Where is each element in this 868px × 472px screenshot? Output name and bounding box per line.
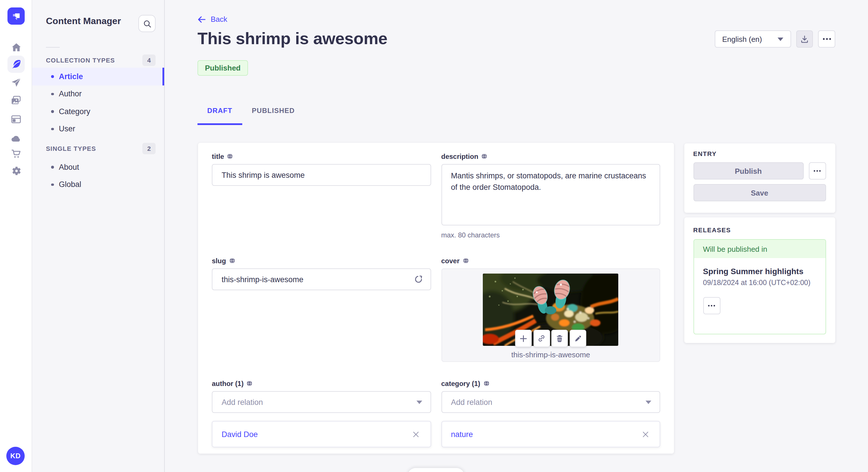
collection-types-menu: Article Author Category User <box>32 68 164 138</box>
media-library-icon[interactable] <box>10 95 22 106</box>
i18n-globe-icon <box>229 258 235 264</box>
sidebar-item-about[interactable]: About <box>32 158 164 176</box>
release-name: Spring Summer highlights <box>703 267 816 276</box>
search-button[interactable] <box>138 15 156 32</box>
section-label: SINGLE TYPES <box>46 145 96 152</box>
label-text: cover <box>441 257 460 265</box>
marketplace-cart-icon[interactable] <box>10 148 22 160</box>
sidebar-item-global[interactable]: Global <box>32 176 164 193</box>
release-card: Will be published in Spring Summer highl… <box>693 239 826 334</box>
section-header-single-types: SINGLE TYPES 2 <box>46 142 156 154</box>
field-category-label: category (1) <box>441 379 660 388</box>
combobox-placeholder: Add relation <box>222 398 263 406</box>
slug-input[interactable] <box>212 268 431 290</box>
cloud-icon[interactable] <box>10 133 22 144</box>
field-title-label: title <box>212 152 431 161</box>
single-types-count-badge: 2 <box>143 142 156 154</box>
author-relation-combobox[interactable]: Add relation <box>212 391 431 413</box>
user-avatar[interactable]: KD <box>6 447 25 465</box>
edit-media-button[interactable] <box>569 330 586 347</box>
search-icon <box>143 19 151 28</box>
section-label: COLLECTION TYPES <box>46 57 115 63</box>
regenerate-slug-button[interactable] <box>412 274 424 285</box>
publish-button[interactable]: Publish <box>693 162 803 179</box>
chevron-down-icon <box>645 400 652 404</box>
plus-icon <box>520 335 527 342</box>
floating-pill[interactable] <box>408 468 464 472</box>
export-button[interactable] <box>796 30 813 47</box>
release-status: Will be published in <box>694 240 825 258</box>
back-label: Back <box>211 15 227 24</box>
locale-value: English (en) <box>722 35 762 43</box>
relation-link[interactable]: nature <box>451 430 473 438</box>
layout-icon[interactable] <box>10 113 22 125</box>
more-actions-button[interactable] <box>818 30 835 47</box>
sidebar-item-label: Author <box>59 90 82 98</box>
release-more-button[interactable] <box>703 297 720 314</box>
field-title: title <box>212 152 431 239</box>
relation-item-nature: nature <box>442 422 660 447</box>
sidebar-item-author[interactable]: Author <box>32 85 164 103</box>
chevron-down-icon <box>416 400 422 404</box>
settings-gear-icon[interactable] <box>10 165 22 177</box>
tab-draft[interactable]: DRAFT <box>197 98 242 125</box>
copy-link-button[interactable] <box>533 330 550 347</box>
bullet-icon <box>51 128 54 130</box>
divider <box>46 47 60 47</box>
field-description: description Mantis shrimps, or stomatopo… <box>441 152 660 239</box>
field-author: author (1) Add relation David Doe <box>212 379 431 447</box>
i18n-globe-icon <box>483 380 489 386</box>
field-slug-label: slug <box>212 256 431 265</box>
sidebar-item-article[interactable]: Article <box>32 68 164 85</box>
tab-published[interactable]: PUBLISHED <box>242 98 305 125</box>
entry-more-button[interactable] <box>809 162 826 179</box>
send-plane-icon[interactable] <box>10 77 22 88</box>
entry-panel-title: ENTRY <box>693 150 826 157</box>
remove-relation-button[interactable] <box>640 429 650 439</box>
releases-panel-title: RELEASES <box>693 227 826 233</box>
description-helper-text: max. 80 characters <box>441 231 660 239</box>
more-horizontal-icon <box>823 38 831 40</box>
bullet-icon <box>51 93 54 95</box>
status-badge: Published <box>197 60 248 76</box>
content-manager-feather-icon[interactable] <box>10 59 22 70</box>
download-icon <box>800 35 809 43</box>
more-horizontal-icon <box>708 305 715 307</box>
category-relation-combobox[interactable]: Add relation <box>441 391 660 413</box>
description-textarea[interactable]: Mantis shrimps, or stomatopods, are mari… <box>441 164 660 225</box>
sidebar-item-label: Category <box>59 107 90 116</box>
close-icon <box>642 431 648 437</box>
app-window: KD Content Manager COLLECTION TYPES 4 Ar… <box>0 0 868 472</box>
remove-relation-button[interactable] <box>411 429 421 439</box>
i18n-globe-icon <box>247 380 253 386</box>
single-types-menu: About Global <box>32 158 164 193</box>
strapi-logo-mark <box>7 7 25 25</box>
collection-types-count-badge: 4 <box>143 54 156 66</box>
trash-icon <box>556 334 563 342</box>
cover-filename: this-shrimp-is-awesome <box>442 350 660 359</box>
sidebar-item-label: User <box>59 125 75 133</box>
label-text: description <box>441 152 478 160</box>
delete-media-button[interactable] <box>551 330 568 347</box>
sidebar-item-label: Global <box>59 180 81 189</box>
sidebar-item-label: Article <box>59 72 83 81</box>
locale-select[interactable]: English (en) <box>715 30 791 47</box>
i18n-globe-icon <box>481 153 487 160</box>
header-actions: English (en) <box>715 30 835 47</box>
sidebar-item-user[interactable]: User <box>32 120 164 138</box>
add-media-button[interactable] <box>515 330 532 347</box>
field-author-label: author (1) <box>212 379 431 388</box>
save-button[interactable]: Save <box>693 184 826 201</box>
field-category: category (1) Add relation nature <box>441 379 660 447</box>
title-input[interactable] <box>212 164 431 186</box>
relation-link[interactable]: David Doe <box>222 430 258 438</box>
bullet-icon <box>51 75 54 78</box>
author-relation-list: David Doe <box>212 421 431 447</box>
close-icon <box>413 431 419 437</box>
back-link[interactable]: Back <box>197 15 227 24</box>
home-icon[interactable] <box>10 41 22 53</box>
strapi-logo[interactable] <box>7 7 25 25</box>
main-content: Back This shrimp is awesome Published En… <box>165 0 868 472</box>
sidebar-item-category[interactable]: Category <box>32 103 164 120</box>
field-cover-label: cover <box>441 256 660 265</box>
